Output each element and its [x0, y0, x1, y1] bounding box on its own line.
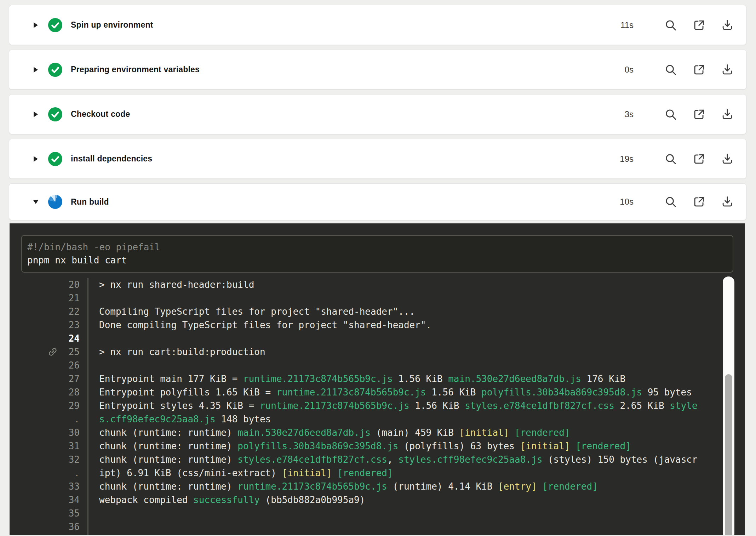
open-in-new-button[interactable] [692, 18, 706, 32]
line-text: webpack compiled successfully (bb5db882a… [87, 493, 745, 507]
build-steps-list: Spin up environment 11s [0, 0, 756, 220]
step-duration: 19s [620, 154, 634, 164]
log-segment: webpack compiled [99, 495, 193, 505]
log-segment: Done compiling TypeScript files for proj… [99, 320, 431, 330]
log-segment: [entry] [498, 481, 537, 492]
step-duration: 10s [620, 197, 634, 207]
log-segment: styles.e784ce1dfbf827cf.css [237, 454, 387, 465]
log-row: 37 [10, 534, 745, 535]
step-duration: 11s [620, 20, 634, 30]
log-row: 24 [10, 332, 745, 345]
search-icon [664, 63, 677, 76]
log-segment [570, 441, 576, 451]
line-link-slot [36, 414, 47, 424]
build-step-row[interactable]: Spin up environment 11s [9, 5, 746, 45]
line-text: chunk (runtime: runtime) styles.e784ce1d… [87, 453, 745, 466]
log-segment: [initial] [282, 468, 332, 478]
log-segment: chunk (runtime: runtime) [99, 427, 237, 438]
log-segment: (runtime) 4.14 KiB [387, 481, 498, 492]
search-log-button[interactable] [664, 18, 677, 32]
line-text: Done compiling TypeScript files for proj… [87, 318, 745, 332]
search-log-button[interactable] [664, 195, 677, 209]
step-duration: 0s [625, 65, 634, 75]
line-link-slot [36, 454, 47, 465]
log-segment: Compiling TypeScript files for project "… [99, 306, 415, 317]
log-row: 21 [10, 291, 745, 305]
search-log-button[interactable] [664, 152, 677, 166]
download-log-button[interactable] [721, 195, 734, 209]
log-segment: [rendered] [542, 481, 598, 492]
line-text [87, 534, 745, 535]
download-log-button[interactable] [721, 63, 734, 76]
download-log-button[interactable] [721, 152, 734, 166]
step-label: Run build [71, 197, 109, 207]
chevron-icon [33, 67, 39, 73]
build-step-row[interactable]: Checkout code 3s [9, 94, 746, 134]
line-text: > nx run shared-header:build [87, 278, 745, 291]
line-text: ipt) 6.91 KiB (css/mini-extract) [initia… [87, 466, 745, 480]
download-log-button[interactable] [721, 18, 734, 32]
build-step-row[interactable]: install dependencies 19s [9, 139, 746, 179]
search-icon [664, 18, 677, 32]
chevron-right-icon [33, 156, 38, 162]
line-text: chunk (runtime: runtime) runtime.21173c8… [87, 480, 745, 493]
log-segment: s.cff98efec9c25aa8.js [99, 414, 216, 424]
log-segment: polyfills.30b34ba869c395d8.js [481, 387, 642, 398]
line-text: s.cff98efec9c25aa8.js 148 bytes [87, 412, 745, 426]
log-segment: [rendered] [575, 441, 631, 451]
line-link-slot [36, 279, 47, 290]
log-row: 25 > nx run cart:build:production [10, 345, 745, 359]
log-segment: successfully [193, 495, 260, 505]
open-in-new-icon [692, 108, 706, 121]
search-icon [664, 108, 677, 121]
log-segment [537, 481, 543, 492]
open-in-new-icon [692, 18, 706, 32]
download-icon [721, 195, 734, 209]
line-text [87, 332, 745, 345]
step-label: Preparing environment variables [71, 65, 200, 74]
success-check-icon [48, 152, 62, 166]
open-in-new-button[interactable] [692, 152, 706, 166]
step-duration: 3s [625, 109, 634, 119]
log-row: 28 Entrypoint polyfills 1.65 KiB = runti… [10, 386, 745, 399]
download-icon [721, 63, 734, 76]
log-segment: [rendered] [337, 468, 393, 478]
log-segment [509, 427, 515, 438]
download-log-button[interactable] [721, 108, 734, 121]
log-segment: runtime.21173c874b565b9c.js [260, 400, 410, 411]
log-segment: [initial] [459, 427, 509, 438]
open-in-new-button[interactable] [692, 108, 706, 121]
log-row: 30 chunk (runtime: runtime) main.530e27d… [10, 426, 745, 439]
success-check-icon [48, 63, 62, 77]
log-row: 31 chunk (runtime: runtime) polyfills.30… [10, 439, 745, 453]
open-in-new-button[interactable] [692, 195, 706, 209]
log-segment: (styles) 150 bytes (javascr [542, 454, 697, 465]
chevron-right-icon [33, 22, 38, 28]
log-row: 32 chunk (runtime: runtime) styles.e784c… [10, 453, 745, 466]
search-log-button[interactable] [664, 63, 677, 76]
line-link-slot [36, 400, 47, 411]
log-segment: (polyfills) 63 bytes [398, 441, 520, 451]
build-step-row[interactable]: Run build 10s [9, 183, 746, 220]
line-link-slot [36, 508, 47, 519]
terminal-scrollbar-track[interactable] [723, 276, 734, 535]
log-segment: 1.56 KiB [410, 400, 465, 411]
terminal-scrollbar-thumb[interactable] [725, 374, 732, 535]
log-segment: styles.e784ce1dfbf827cf.css [465, 400, 614, 411]
line-text [87, 507, 745, 520]
search-log-button[interactable] [664, 108, 677, 121]
line-text: Entrypoint polyfills 1.65 KiB = runtime.… [87, 386, 745, 399]
line-link-slot [36, 347, 47, 357]
log-segment: runtime.21173c874b565b9c.js [243, 374, 393, 384]
build-step-row[interactable]: Preparing environment variables 0s [9, 50, 746, 90]
search-icon [664, 195, 677, 209]
line-text: Entrypoint main 177 KiB = runtime.21173c… [87, 372, 745, 386]
log-segment: , [387, 454, 398, 465]
log-row: 35 [10, 507, 745, 520]
command-text: pnpm nx build cart [27, 254, 733, 267]
command-shebang: #!/bin/bash -eo pipefail [27, 241, 733, 254]
log-segment: (main) 459 KiB [371, 427, 459, 438]
chevron-icon [33, 156, 39, 162]
open-in-new-button[interactable] [692, 63, 706, 76]
step-label: install dependencies [71, 154, 152, 164]
